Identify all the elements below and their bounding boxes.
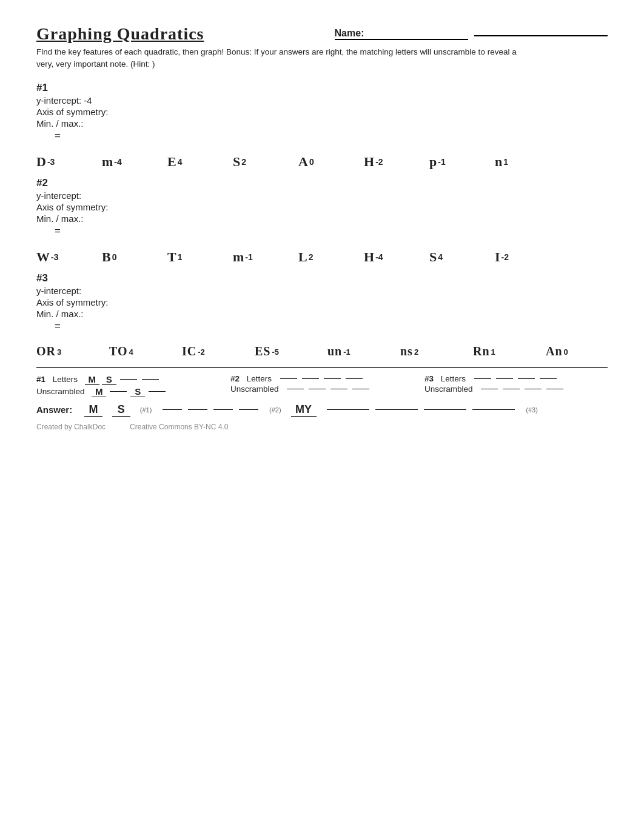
letter-char-T: T (167, 249, 176, 265)
instructions: Find the key features of each quadratic,… (36, 46, 534, 71)
bottom-char-TO: TO (109, 344, 128, 358)
unscramble-col-3: #3 Letters Unscrambled (424, 374, 606, 395)
blank-7 (324, 378, 341, 379)
problem2-yintercept: y-intercept: (36, 190, 608, 201)
problem2-minmax: Min. / max.: (36, 213, 608, 224)
blank-5 (280, 378, 297, 379)
bottom-sup-TO: 4 (129, 348, 133, 356)
answer-blank-1 (163, 409, 182, 410)
answer-blank-4 (239, 409, 258, 410)
blank-8 (346, 378, 363, 379)
problem1-section: #1 y-intercept: -4 Axis of symmetry: Min… (36, 82, 608, 142)
letter-sup-S2: 4 (438, 253, 443, 261)
name-line: Name: (331, 24, 608, 40)
problem3-axis: Axis of symmetry: (36, 297, 608, 307)
unscramble-prob2-unscrambled-line: Unscrambled (230, 384, 412, 394)
letter-cell-2-5: L 2 (298, 249, 364, 265)
answer-blank-3 (213, 409, 233, 410)
answer-MY: MY (291, 403, 317, 417)
problem2-eq: = (55, 225, 608, 237)
answer-line-row: Answer: M S (#1) (#2) MY (#3) (36, 403, 608, 417)
bottom-char-un: un (327, 344, 342, 358)
name-label: Name: (335, 28, 468, 40)
letter-char-H1: H (364, 154, 374, 170)
problem3-minmax: Min. / max.: (36, 309, 608, 319)
letter-sup-L: 2 (309, 253, 314, 261)
letter-char-m1: m (102, 154, 113, 170)
bottom-sup-ES: -5 (272, 348, 279, 356)
blank-20 (546, 389, 563, 389)
blank-S1: S (102, 374, 116, 385)
problem1-eq: = (55, 130, 608, 142)
letter-sup-W: -3 (51, 253, 58, 261)
letter-char-D: D (36, 154, 46, 170)
letter-char-L: L (298, 249, 307, 265)
answer-fn3-label: (#3) (526, 406, 538, 414)
unscramble-prob3-letters-line: #3 Letters (424, 374, 606, 383)
problem1-num: #1 (36, 82, 608, 94)
unscramble-unscrambled-label-3: Unscrambled (424, 384, 473, 394)
unscramble-col-1: #1 Letters M S Unscrambled M S (36, 374, 218, 398)
answer-blank-8 (472, 409, 515, 410)
bottom-sup-An: 0 (564, 348, 568, 356)
letter-char-H2: H (364, 249, 374, 265)
bottom-char-OR: OR (36, 344, 56, 358)
blank-15 (518, 378, 535, 379)
title: Graphing Quadratics (36, 24, 204, 44)
blank-10 (309, 389, 326, 389)
letter-char-I: I (495, 249, 500, 265)
name-blank (474, 35, 608, 36)
unscramble-prob1-num: #1 (36, 375, 45, 384)
letter-cell-1-3: E 4 (167, 154, 233, 170)
letter-sup-m2: -1 (245, 253, 252, 261)
letter-sup-H2: -4 (375, 253, 383, 261)
letter-cell-1-6: H -2 (364, 154, 429, 170)
letter-char-p: p (429, 154, 437, 170)
bottom-cell-3-2: TO 4 (109, 344, 182, 358)
letter-cell-1-1: D -3 (36, 154, 102, 170)
letter-cell-2-7: S 4 (429, 249, 495, 265)
bottom-sup-OR: 3 (57, 348, 61, 356)
blank-M2: M (92, 386, 106, 397)
problem1-yintercept: y-intercept: -4 (36, 95, 608, 106)
letter-char-n1: n (495, 154, 502, 170)
unscramble-row: #1 Letters M S Unscrambled M S (36, 374, 608, 398)
answer-blank-2 (188, 409, 207, 410)
letter-sup-p: -1 (438, 158, 445, 166)
letter-cell-1-8: n 1 (495, 154, 560, 170)
letter-cell-2-4: m -1 (233, 249, 298, 265)
problem1-axis: Axis of symmetry: (36, 107, 608, 117)
answer-S: S (112, 403, 130, 417)
problem2-num: #2 (36, 177, 608, 189)
blank-4 (149, 391, 166, 392)
bottom-cell-3-7: Rn 1 (473, 344, 546, 358)
letter-cell-2-3: T 1 (167, 249, 233, 265)
blank-1 (120, 379, 137, 380)
unscramble-unscrambled-label-2: Unscrambled (230, 384, 279, 394)
problem2-axis: Axis of symmetry: (36, 202, 608, 212)
letter-cell-2-6: H -4 (364, 249, 429, 265)
bottom-cell-3-3: IC -2 (182, 344, 255, 358)
blank-13 (474, 378, 491, 379)
letter-key-row-2: W -3 B 0 T 1 m -1 L 2 H -4 S 4 I -2 (36, 246, 608, 267)
letter-sup-A: 0 (309, 158, 314, 166)
unscramble-prob3-num: #3 (424, 374, 434, 383)
letter-cell-2-2: B 0 (102, 249, 167, 265)
unscramble-col-2: #2 Letters Unscrambled (230, 374, 412, 395)
bottom-sup-Rn: 1 (491, 348, 495, 356)
answer-label: Answer: (36, 404, 72, 415)
letter-cell-2-8: I -2 (495, 249, 560, 265)
problem1-minmax: Min. / max.: (36, 118, 608, 129)
problem3-section: #3 y-intercept: Axis of symmetry: Min. /… (36, 272, 608, 332)
letter-char-A: A (298, 154, 308, 170)
footer-row: Created by ChalkDoc Creative Commons BY-… (36, 423, 608, 431)
unscramble-letters-label-1: Letters (53, 375, 78, 384)
blank-17 (481, 389, 498, 389)
page-container: Graphing Quadratics Name: Find the key f… (36, 24, 608, 431)
letter-char-S2: S (429, 249, 437, 265)
answer-blank-7 (424, 409, 466, 410)
letter-sup-B: 0 (112, 253, 117, 261)
letter-char-W: W (36, 249, 50, 265)
letter-cell-1-2: m -4 (102, 154, 167, 170)
letter-sup-H1: -2 (375, 158, 383, 166)
